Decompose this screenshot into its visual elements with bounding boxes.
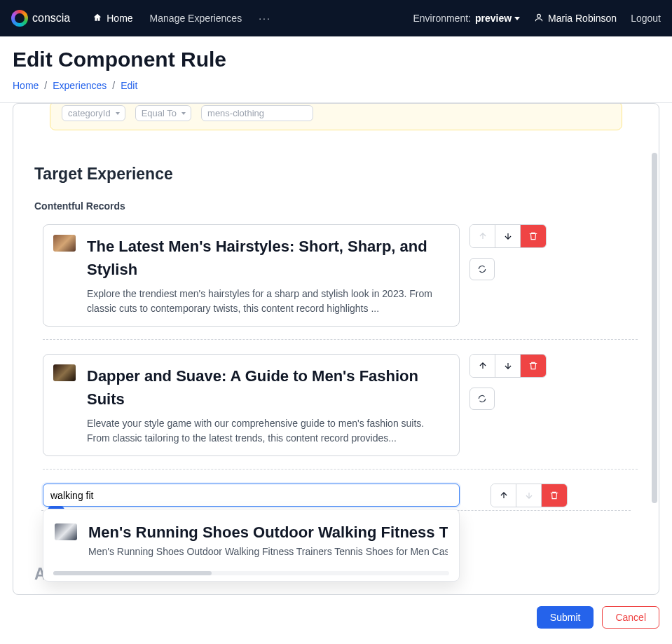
delete-button[interactable] <box>542 484 567 507</box>
record-body: The Latest Men's Hairstyles: Short, Shar… <box>87 235 449 316</box>
record-title: Dapper and Suave: A Guide to Men's Fashi… <box>87 364 449 411</box>
section-title: Target Experience <box>34 165 638 184</box>
delete-button[interactable] <box>521 355 546 377</box>
move-down-button[interactable] <box>495 355 521 377</box>
filter-op-label: Equal To <box>142 108 177 118</box>
logo-ring-icon <box>11 10 28 27</box>
nav-links: Home Manage Experiences ··· <box>92 13 271 25</box>
move-up-button[interactable] <box>470 355 495 377</box>
scrollbar[interactable] <box>652 153 657 503</box>
logout-link[interactable]: Logout <box>631 13 661 24</box>
move-down-button[interactable] <box>495 225 521 247</box>
dropdown-title: Men's Running Shoes Outdoor Walking Fitn… <box>88 523 448 542</box>
page-header: Edit Component Rule Home / Experiences /… <box>0 36 672 103</box>
crumb-current: Edit <box>121 80 137 91</box>
search-input[interactable] <box>43 484 460 507</box>
logout-label: Logout <box>631 13 661 24</box>
record-card: Dapper and Suave: A Guide to Men's Fashi… <box>43 354 460 456</box>
refresh-button[interactable] <box>469 258 495 280</box>
filter-value[interactable]: mens-clothing <box>201 105 313 121</box>
crumb-sep: / <box>44 80 47 91</box>
dropdown-item[interactable]: Men's Running Shoes Outdoor Walking Fitn… <box>49 518 453 563</box>
crumb-home[interactable]: Home <box>13 80 39 91</box>
dropdown-body: Men's Running Shoes Outdoor Walking Fitn… <box>88 523 448 557</box>
top-nav: conscia Home Manage Experiences ··· Envi… <box>0 0 672 36</box>
submit-button[interactable]: Submit <box>537 606 594 629</box>
record-controls <box>469 354 547 456</box>
filter-row: categoryId Equal To mens-clothing <box>50 104 622 130</box>
svg-point-0 <box>537 14 541 18</box>
move-up-button[interactable] <box>491 484 516 507</box>
user-icon <box>534 13 544 25</box>
record-row: Dapper and Suave: A Guide to Men's Fashi… <box>43 354 638 470</box>
record-body: Dapper and Suave: A Guide to Men's Fashi… <box>87 364 449 446</box>
record-controls <box>469 224 547 327</box>
nav-right: Environment: preview Maria Robinson Logo… <box>413 13 661 25</box>
search-row: Men's Running Shoes Outdoor Walking Fitn… <box>43 484 638 507</box>
filter-field-label: categoryId <box>68 108 111 118</box>
page-title: Edit Component Rule <box>13 48 659 71</box>
nav-home-label: Home <box>107 13 132 24</box>
logo-text: conscia <box>32 12 70 25</box>
scrollbar-thumb[interactable] <box>53 571 212 575</box>
filter-field[interactable]: categoryId <box>62 105 125 121</box>
record-title: The Latest Men's Hairstyles: Short, Shar… <box>87 235 449 281</box>
record-controls <box>491 484 568 507</box>
environment-selector[interactable]: Environment: preview <box>413 13 520 24</box>
breadcrumb: Home / Experiences / Edit <box>13 80 659 91</box>
nav-manage-label: Manage Experiences <box>150 13 242 24</box>
record-thumbnail <box>53 235 76 252</box>
section-sub: Contentful Records <box>34 200 638 212</box>
user-name: Maria Robinson <box>548 13 617 24</box>
chevron-down-icon <box>116 112 120 115</box>
search-dropdown: Men's Running Shoes Outdoor Walking Fitn… <box>43 509 460 582</box>
crumb-sep: / <box>112 80 115 91</box>
dropdown-thumbnail <box>55 523 77 540</box>
logo[interactable]: conscia <box>11 10 70 27</box>
filter-operator[interactable]: Equal To <box>135 105 191 121</box>
footer: Submit Cancel <box>0 595 672 640</box>
record-desc: Explore the trendiest men's hairstyles f… <box>87 287 449 316</box>
nav-manage[interactable]: Manage Experiences <box>150 13 242 24</box>
panel-content: categoryId Equal To mens-clothing Target… <box>13 104 659 594</box>
move-down-button <box>516 484 542 507</box>
main-panel: categoryId Equal To mens-clothing Target… <box>13 103 659 595</box>
arrow-group <box>469 224 547 248</box>
record-card: The Latest Men's Hairstyles: Short, Shar… <box>43 224 460 327</box>
refresh-button[interactable] <box>469 388 495 410</box>
env-label: Environment: <box>413 13 470 24</box>
home-icon <box>92 13 102 25</box>
record-row: The Latest Men's Hairstyles: Short, Shar… <box>43 224 638 340</box>
chevron-down-icon <box>181 112 186 115</box>
cancel-button[interactable]: Cancel <box>602 606 659 629</box>
nav-home[interactable]: Home <box>92 13 132 25</box>
move-up-button <box>470 225 495 247</box>
delete-button[interactable] <box>521 225 546 247</box>
env-value-text: preview <box>475 13 512 24</box>
env-value: preview <box>475 13 520 24</box>
filter-value-label: mens-clothing <box>207 108 264 118</box>
caret-down-icon <box>514 17 520 20</box>
record-desc: Elevate your style game with our compreh… <box>87 416 449 446</box>
crumb-experiences[interactable]: Experiences <box>53 80 107 91</box>
nav-more[interactable]: ··· <box>259 13 271 24</box>
record-thumbnail <box>53 364 76 381</box>
arrow-group <box>469 354 547 378</box>
dropdown-desc: Men's Running Shoes Outdoor Walking Fitn… <box>88 546 448 557</box>
user-link[interactable]: Maria Robinson <box>534 13 617 25</box>
arrow-group <box>491 484 568 507</box>
more-icon: ··· <box>259 13 271 24</box>
horizontal-scrollbar[interactable] <box>53 571 449 575</box>
